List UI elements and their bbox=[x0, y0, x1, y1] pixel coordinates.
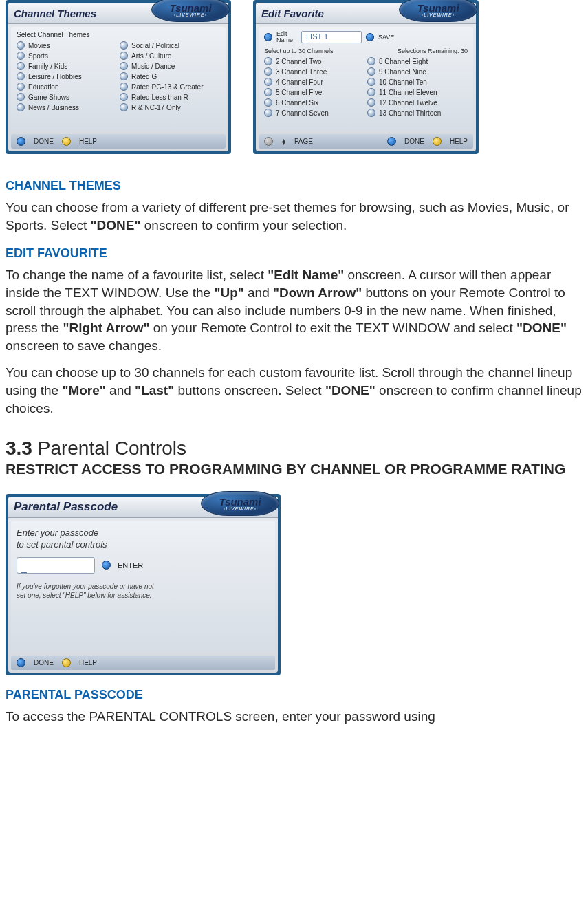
radio-icon bbox=[367, 98, 375, 107]
panel-footer: DONE HELP bbox=[11, 656, 275, 670]
radio-icon bbox=[17, 83, 25, 91]
radio-icon bbox=[17, 62, 25, 70]
channel-option[interactable]: 8 Channel Eight bbox=[367, 57, 468, 65]
paragraph: To change the name of a favourite list, … bbox=[6, 266, 582, 354]
theme-option[interactable]: Arts / Culture bbox=[120, 52, 220, 60]
page-button[interactable]: PAGE bbox=[294, 138, 313, 145]
help-button[interactable]: HELP bbox=[450, 138, 468, 145]
channel-option[interactable]: 10 Channel Ten bbox=[367, 78, 468, 86]
brand-logo: Tsunami ◦LIVEWIRE◦ bbox=[151, 0, 230, 22]
brand-logo: Tsunami ◦LIVEWIRE◦ bbox=[201, 491, 279, 516]
radio-icon bbox=[264, 78, 272, 86]
theme-option[interactable]: Game Shows bbox=[17, 93, 117, 101]
select-instruction: Select up to 30 Channels bbox=[264, 47, 334, 54]
done-button[interactable]: DONE bbox=[404, 138, 424, 145]
passcode-input[interactable]: _ bbox=[17, 557, 95, 574]
done-button[interactable]: DONE bbox=[34, 659, 54, 667]
channel-option[interactable]: 3 Channel Three bbox=[264, 67, 364, 76]
forgot-note: If you've forgotten your passcode or hav… bbox=[17, 582, 270, 600]
help-button[interactable]: HELP bbox=[79, 138, 97, 145]
heading-parental-passcode: PARENTAL PASSCODE bbox=[6, 688, 582, 702]
theme-option[interactable]: Rated PG-13 & Greater bbox=[120, 83, 220, 91]
theme-option[interactable]: Rated Less than R bbox=[120, 93, 220, 101]
edit-favorite-panel: Edit Favorite Tsunami ◦LIVEWIRE◦ Edit Na… bbox=[253, 0, 479, 154]
radio-icon bbox=[17, 103, 25, 111]
save-icon bbox=[366, 33, 374, 41]
theme-option[interactable]: Leisure / Hobbies bbox=[17, 72, 117, 80]
radio-icon bbox=[264, 98, 272, 107]
done-icon bbox=[17, 658, 25, 667]
radio-icon bbox=[264, 67, 272, 76]
edit-name-label[interactable]: Edit Name bbox=[276, 31, 297, 43]
radio-icon bbox=[17, 72, 25, 80]
done-icon bbox=[387, 137, 396, 146]
theme-option[interactable]: Family / Kids bbox=[17, 62, 117, 70]
enter-button[interactable]: ENTER bbox=[118, 561, 143, 570]
channel-option[interactable]: 13 Channel Thirteen bbox=[367, 109, 468, 117]
radio-icon bbox=[120, 72, 128, 80]
theme-option[interactable]: Education bbox=[17, 83, 117, 91]
channel-option[interactable]: 11 Channel Eleven bbox=[367, 88, 468, 96]
theme-option[interactable]: News / Business bbox=[17, 103, 117, 111]
heading-channel-themes: CHANNEL THEMES bbox=[6, 179, 582, 193]
theme-option[interactable]: Movies bbox=[17, 41, 117, 50]
channel-option[interactable]: 9 Channel Nine bbox=[367, 67, 468, 76]
panel-title-bar: Parental Passcode Tsunami ◦LIVEWIRE◦ bbox=[8, 497, 278, 518]
page-icon bbox=[264, 137, 273, 146]
panel-title-bar: Edit Favorite Tsunami ◦LIVEWIRE◦ bbox=[256, 3, 476, 24]
panel-footer: DONE HELP bbox=[11, 134, 226, 149]
panel-title: Channel Themes bbox=[14, 8, 96, 19]
panel-footer: ▲▼ PAGE DONE HELP bbox=[259, 134, 473, 149]
radio-icon bbox=[120, 93, 128, 101]
radio-icon bbox=[367, 109, 375, 117]
radio-icon bbox=[120, 41, 128, 50]
radio-icon bbox=[17, 41, 25, 50]
theme-option[interactable]: Social / Political bbox=[120, 41, 220, 50]
channel-option[interactable]: 12 Channel Twelve bbox=[367, 98, 468, 107]
help-button[interactable]: HELP bbox=[79, 659, 97, 667]
radio-icon bbox=[120, 103, 128, 111]
channel-option[interactable]: 6 Channel Six bbox=[264, 98, 364, 107]
theme-option[interactable]: Sports bbox=[17, 52, 117, 60]
channel-option[interactable]: 7 Channel Seven bbox=[264, 109, 364, 117]
theme-option[interactable]: R & NC-17 Only bbox=[120, 103, 220, 111]
radio-icon bbox=[264, 109, 272, 117]
section-label: Select Channel Themes bbox=[17, 31, 220, 39]
channel-option[interactable]: 4 Channel Four bbox=[264, 78, 364, 86]
section-heading: 3.3 Parental Controls bbox=[6, 437, 582, 459]
radio-icon bbox=[264, 88, 272, 96]
parental-passcode-panel: Parental Passcode Tsunami ◦LIVEWIRE◦ Ent… bbox=[6, 494, 281, 675]
radio-icon bbox=[17, 52, 25, 60]
panel-title-bar: Channel Themes Tsunami ◦LIVEWIRE◦ bbox=[8, 3, 228, 24]
radio-icon bbox=[367, 78, 375, 86]
panel-title: Edit Favorite bbox=[261, 8, 324, 19]
panel-content: Enter your passcode to set parental cont… bbox=[11, 521, 275, 653]
radio-icon bbox=[17, 93, 25, 101]
radio-icon bbox=[367, 88, 375, 96]
theme-option[interactable]: Music / Dance bbox=[120, 62, 220, 70]
radio-icon bbox=[367, 57, 375, 65]
channel-option[interactable]: 2 Channel Two bbox=[264, 57, 364, 65]
panel-content: Edit Name LIST 1 SAVE Select up to 30 Ch… bbox=[259, 27, 473, 131]
enter-icon bbox=[102, 561, 111, 570]
radio-icon bbox=[120, 83, 128, 91]
radio-icon bbox=[120, 52, 128, 60]
passcode-prompt: Enter your passcode to set parental cont… bbox=[17, 528, 270, 550]
panel-title: Parental Passcode bbox=[14, 500, 118, 514]
panel-content: Select Channel Themes Movies Sports Fami… bbox=[11, 27, 226, 131]
paragraph: You can choose from a variety of differe… bbox=[6, 199, 582, 234]
save-button[interactable]: SAVE bbox=[378, 34, 394, 41]
radio-icon bbox=[120, 62, 128, 70]
brand-logo: Tsunami ◦LIVEWIRE◦ bbox=[399, 0, 477, 22]
help-icon bbox=[62, 658, 71, 667]
selections-remaining: Selections Remaining: 30 bbox=[398, 47, 468, 54]
radio-icon bbox=[367, 67, 375, 76]
radio-icon bbox=[264, 57, 272, 65]
theme-option[interactable]: Rated G bbox=[120, 72, 220, 80]
list-name-input[interactable]: LIST 1 bbox=[301, 31, 362, 43]
paragraph: To access the PARENTAL CONTROLS screen, … bbox=[6, 708, 582, 726]
edit-name-icon bbox=[264, 33, 272, 41]
channel-option[interactable]: 5 Channel Five bbox=[264, 88, 364, 96]
done-button[interactable]: DONE bbox=[34, 138, 54, 145]
help-icon bbox=[433, 137, 442, 146]
